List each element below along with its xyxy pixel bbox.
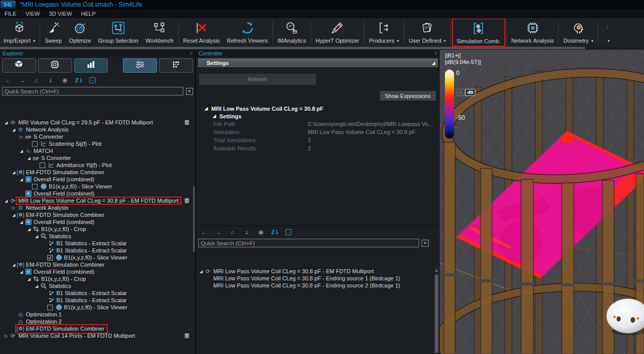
- chevron-down-icon[interactable]: ▾: [607, 39, 609, 43]
- explorer-search-input[interactable]: [2, 87, 183, 95]
- tree-row[interactable]: ◎Optimization 2: [0, 318, 194, 325]
- tree-row[interactable]: ◢⚙Overall Field (combined): [0, 268, 194, 275]
- 3d-viewport[interactable]: ||B1+|| [dB(9.04e-5T)] 0 lin dB -50: [440, 50, 644, 354]
- chevron-down-icon[interactable]: ▾: [33, 39, 35, 43]
- controller-home-icon[interactable]: ⌂: [229, 229, 236, 236]
- tree-row[interactable]: ◢[⚙]EM-FDTD Simulation Combiner: [0, 261, 194, 268]
- controller-search-clear-icon[interactable]: ✕: [422, 240, 429, 247]
- checkbox[interactable]: [32, 184, 38, 189]
- controller-search-input[interactable]: [198, 239, 419, 247]
- toolbar-item-producers[interactable]: Producers▾: [365, 19, 402, 47]
- settings-tree-settings[interactable]: ◢ Settings: [196, 112, 440, 120]
- source-list-row[interactable]: ◢⟳MRI Low Pass Volume Coil CLeg = 30.8 p…: [196, 268, 440, 275]
- tree-row[interactable]: ◢[s]#S Converter: [0, 154, 194, 162]
- expander-open-icon[interactable]: ◢: [34, 234, 40, 239]
- refresh-button[interactable]: Refresh: [199, 74, 316, 85]
- explorer-scrollbar[interactable]: [193, 186, 195, 252]
- expander-open-icon[interactable]: ◢: [18, 149, 24, 153]
- tree-row[interactable]: ◢⚙Overall Field (combined): [0, 176, 194, 183]
- controller-down-icon[interactable]: ↓: [243, 229, 250, 236]
- tree-row[interactable]: Scattering Sij(f) - Plot: [0, 140, 194, 147]
- source-list-row[interactable]: MRI Low Pass Volume Coil CLeg = 30.8 pF …: [196, 275, 440, 282]
- expander-closed-icon[interactable]: ▷: [18, 135, 24, 139]
- explorer-close-icon[interactable]: ×: [189, 51, 192, 56]
- toolbar-item-dosimetry[interactable]: Dosimetry▾: [560, 19, 597, 47]
- toolbar-item-refresh-viewers[interactable]: Refresh Viewers: [223, 19, 272, 47]
- tree-row[interactable]: B1 Statistics - Extract Scalar: [0, 289, 194, 297]
- tree-row[interactable]: ◢Statistics: [0, 282, 194, 289]
- tree-row[interactable]: B1 Statistics - Extract Scalar: [0, 297, 194, 304]
- toolbar-item-sweep[interactable]: Sweep: [41, 19, 66, 47]
- tree-row[interactable]: ▷⟳MRI Volume Coil 14 Ports - EM FDTD Mul…: [0, 332, 194, 339]
- expander-open-icon[interactable]: ◢: [11, 263, 17, 267]
- controller-eye-icon[interactable]: ◉: [257, 229, 265, 236]
- toolbar-item-imp-export[interactable]: Imp/Export▾: [0, 19, 39, 47]
- checkbox[interactable]: [32, 141, 38, 147]
- view-button-model-view[interactable]: [2, 58, 36, 73]
- chevron-down-icon[interactable]: ▾: [444, 39, 446, 43]
- chevron-down-icon[interactable]: ▾: [591, 39, 593, 43]
- tree-row[interactable]: ▷[s]#S Converter: [0, 133, 194, 140]
- tree-row[interactable]: ◢Statistics: [0, 233, 194, 240]
- view-button-pipeline-view[interactable]: [159, 58, 193, 73]
- settings-tree-root[interactable]: ◢ MRI Low Pass Volume Coil CLeg = 30.8 p…: [196, 105, 440, 112]
- expander-open-icon[interactable]: ◢: [3, 120, 9, 125]
- explorer-search-clear-icon[interactable]: ✕: [186, 88, 193, 95]
- expander-open-icon[interactable]: ◢: [198, 269, 204, 274]
- checkbox[interactable]: [40, 163, 45, 168]
- tree-row[interactable]: ◢B1(x,y,z,f0) - Crop: [0, 275, 194, 282]
- tree-row[interactable]: ◢∿MATCH: [0, 147, 194, 154]
- tree-row[interactable]: ✓B1(x,y,z,f0) - Slice Viewer: [0, 254, 194, 261]
- controller-forward-icon[interactable]: →: [214, 229, 222, 236]
- toolbar-item-workbench[interactable]: Workbench: [142, 19, 177, 47]
- tree-row[interactable]: Admittance Yij(f) - Plot: [0, 162, 194, 169]
- scroll-up-icon[interactable]: ▲: [434, 268, 439, 274]
- tree-row[interactable]: B1 Statistics - Extract Scalar: [0, 240, 194, 247]
- menu-item-help[interactable]: HELP: [77, 9, 101, 18]
- tree-row[interactable]: ◢[⚙]EM-FDTD Simulation Combiner: [0, 211, 194, 218]
- expander-open-icon[interactable]: ◢: [11, 170, 17, 175]
- explorer-forward-icon[interactable]: →: [18, 77, 26, 84]
- expander-open-icon[interactable]: ◢: [18, 220, 24, 224]
- menu-item-file[interactable]: FILE: [0, 9, 21, 18]
- toolbar-item-user-defined[interactable]: User Defined▾: [405, 19, 449, 47]
- expander-open-icon[interactable]: ◢: [3, 199, 9, 203]
- explorer-collapse-icon[interactable]: −: [89, 77, 95, 83]
- tree-row[interactable]: ▷⚙Network Analysis: [0, 204, 194, 211]
- controller-scrollbar[interactable]: ▲: [434, 268, 439, 353]
- checkbox[interactable]: [47, 305, 53, 310]
- tree-row[interactable]: ◢⚙Overall Field (combined): [0, 218, 194, 226]
- chevron-down-icon[interactable]: ▾: [397, 39, 399, 43]
- checkbox[interactable]: ✓: [47, 255, 53, 261]
- controller-sort-icon[interactable]: Z⇂: [271, 229, 279, 236]
- controller-back-icon[interactable]: ←: [200, 229, 208, 236]
- tree-row[interactable]: ◢⟳MRI Volume Coil CLeg = 29.5 pF - EM FD…: [0, 119, 194, 126]
- expander-open-icon[interactable]: ◢: [203, 106, 209, 111]
- toolbar-item-simulation-comb[interactable]: Simulation Comb.: [453, 19, 504, 46]
- tree-row[interactable]: B1(x,y,z,f0) - Slice Viewer: [0, 183, 194, 190]
- tree-row[interactable]: ⚙Overall Field (combined): [0, 190, 194, 197]
- tree-row[interactable]: ◢⟳MRI Low Pass Volume Coil CLeg = 30.8 p…: [0, 197, 194, 204]
- expander-open-icon[interactable]: ◢: [18, 177, 24, 182]
- toolbar-item-hypert-optimizer[interactable]: HyperT Optimizer: [312, 19, 363, 47]
- expander-open-icon[interactable]: ◢: [26, 156, 32, 160]
- show-expressions-button[interactable]: Show Expressions: [380, 91, 436, 101]
- expander-open-icon[interactable]: ◢: [11, 213, 17, 217]
- explorer-home-icon[interactable]: ⌂: [33, 77, 40, 84]
- toolbar-item-imanalytics[interactable]: IMAnalytics: [274, 19, 309, 47]
- tree-row[interactable]: ◢⚙Network Analysis: [0, 126, 194, 133]
- db-scale-button[interactable]: dB: [465, 89, 475, 96]
- expander-open-icon[interactable]: ◢: [26, 277, 32, 281]
- menu-item-view[interactable]: VIEW: [21, 9, 44, 18]
- expander-closed-icon[interactable]: ▷: [3, 334, 9, 338]
- toolbar-item-item[interactable]: ▾: [599, 19, 616, 47]
- expander-closed-icon[interactable]: ▷: [11, 206, 17, 210]
- toolbar-scrollbar[interactable]: [0, 47, 585, 49]
- expander-open-icon[interactable]: ◢: [34, 284, 40, 288]
- view-button-filter-view[interactable]: [123, 58, 157, 73]
- tree-row[interactable]: ◎Optimization 1: [0, 311, 194, 318]
- expander-open-icon[interactable]: ◢: [26, 227, 32, 232]
- explorer-back-icon[interactable]: ←: [4, 77, 12, 84]
- tree-row[interactable]: [⚙]EM-FDTD Simulation Combiner: [0, 325, 194, 332]
- tree-row[interactable]: ◢B1(x,y,z,f0) - Crop: [0, 226, 194, 233]
